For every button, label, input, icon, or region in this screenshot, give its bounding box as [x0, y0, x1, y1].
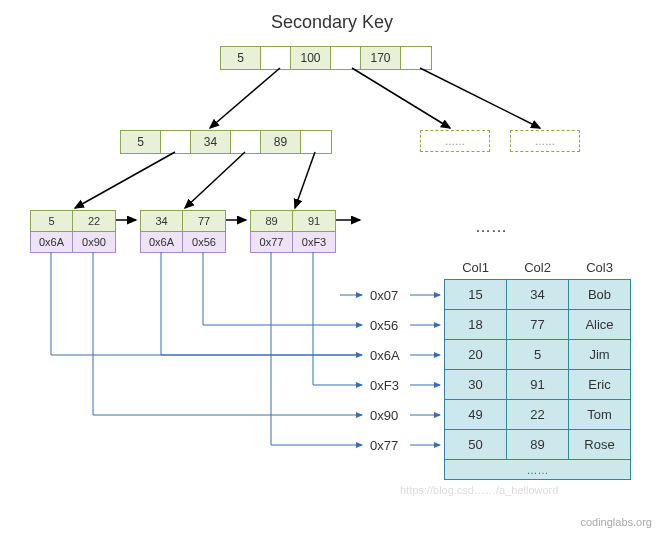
cell: Jim — [569, 340, 631, 370]
cell: Bob — [569, 280, 631, 310]
table-row: 50 89 Rose — [445, 430, 631, 460]
leaf-key: 5 — [31, 211, 73, 231]
root-ptr — [401, 47, 431, 69]
l1-ptr — [161, 131, 191, 153]
root-key-2: 170 — [361, 47, 401, 69]
stub-node: …… — [510, 130, 580, 152]
leaf-val: 0x6A — [31, 232, 73, 252]
root-key-0: 5 — [221, 47, 261, 69]
table-row: 30 91 Eric — [445, 370, 631, 400]
leaf-val: 0xF3 — [293, 232, 335, 252]
leaf-val: 0x90 — [73, 232, 115, 252]
svg-line-3 — [75, 152, 175, 208]
leaf-val: 0x6A — [141, 232, 183, 252]
root-key-1: 100 — [291, 47, 331, 69]
l1-key-0: 5 — [121, 131, 161, 153]
pointer-label: 0x56 — [370, 318, 398, 333]
cell: Rose — [569, 430, 631, 460]
leaf-val: 0x56 — [183, 232, 225, 252]
cell: 34 — [507, 280, 569, 310]
svg-line-0 — [210, 68, 280, 128]
table-header: Col1 — [445, 256, 507, 280]
pointer-label: 0x07 — [370, 288, 398, 303]
leaf-key: 89 — [251, 211, 293, 231]
cell: 91 — [507, 370, 569, 400]
root-ptr — [331, 47, 361, 69]
cell: 5 — [507, 340, 569, 370]
svg-line-2 — [420, 68, 540, 128]
svg-line-4 — [185, 152, 245, 208]
cell: Eric — [569, 370, 631, 400]
cell: Alice — [569, 310, 631, 340]
l1-key-2: 89 — [261, 131, 301, 153]
table-header: Col2 — [507, 256, 569, 280]
stub-node: …… — [420, 130, 490, 152]
cell: 50 — [445, 430, 507, 460]
leaf-key: 22 — [73, 211, 115, 231]
root-ptr — [261, 47, 291, 69]
cell: …… — [445, 460, 631, 480]
cell: 30 — [445, 370, 507, 400]
level1-node: 5 34 89 — [120, 130, 332, 154]
table-row: 18 77 Alice — [445, 310, 631, 340]
watermark: https://blog.csd……/a_helloword — [400, 484, 558, 496]
l1-key-1: 34 — [191, 131, 231, 153]
pointer-label: 0x90 — [370, 408, 398, 423]
table-row: 15 34 Bob — [445, 280, 631, 310]
cell: 77 — [507, 310, 569, 340]
diagram-title: Secondary Key — [0, 12, 664, 33]
credit-label: codinglabs.org — [580, 516, 652, 528]
root-node: 5 100 170 — [220, 46, 432, 70]
leaf-key: 77 — [183, 211, 225, 231]
table-header: Col3 — [569, 256, 631, 280]
pointer-label: 0x6A — [370, 348, 400, 363]
table-row: 20 5 Jim — [445, 340, 631, 370]
ellipsis: …… — [475, 218, 507, 236]
cell: 20 — [445, 340, 507, 370]
pointer-label: 0x77 — [370, 438, 398, 453]
leaf-val: 0x77 — [251, 232, 293, 252]
pointer-label: 0xF3 — [370, 378, 399, 393]
table-row: 49 22 Tom — [445, 400, 631, 430]
l1-ptr — [231, 131, 261, 153]
leaf-node-2: 89 91 0x77 0xF3 — [250, 210, 336, 253]
leaf-key: 91 — [293, 211, 335, 231]
table-footer: …… — [445, 460, 631, 480]
cell: 22 — [507, 400, 569, 430]
svg-line-1 — [352, 68, 450, 128]
data-table: Col1 Col2 Col3 15 34 Bob 18 77 Alice 20 … — [444, 256, 631, 480]
leaf-node-1: 34 77 0x6A 0x56 — [140, 210, 226, 253]
cell: Tom — [569, 400, 631, 430]
leaf-node-0: 5 22 0x6A 0x90 — [30, 210, 116, 253]
svg-line-5 — [295, 152, 315, 208]
cell: 49 — [445, 400, 507, 430]
cell: 18 — [445, 310, 507, 340]
cell: 89 — [507, 430, 569, 460]
leaf-key: 34 — [141, 211, 183, 231]
cell: 15 — [445, 280, 507, 310]
l1-ptr — [301, 131, 331, 153]
